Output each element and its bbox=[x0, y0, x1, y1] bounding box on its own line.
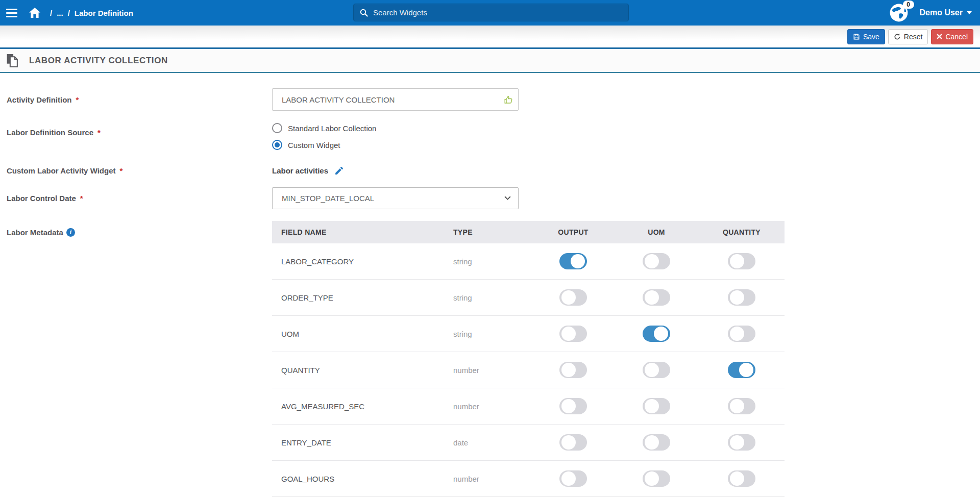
radio-option-label: Standard Labor Collection bbox=[288, 124, 376, 133]
page-title-bar: LABOR ACTIVITY COLLECTION bbox=[0, 47, 980, 73]
widget-search-box[interactable] bbox=[353, 4, 629, 21]
radio-button-icon[interactable] bbox=[272, 123, 282, 133]
cancel-icon bbox=[937, 34, 942, 39]
quantity-toggle[interactable] bbox=[728, 326, 755, 342]
field-type-cell: number bbox=[446, 402, 532, 411]
labor-control-date-select[interactable]: MIN_STOP_DATE_LOCAL bbox=[272, 187, 519, 209]
table-row: QUANTITY number bbox=[272, 352, 785, 388]
activity-definition-row: Activity Definition* bbox=[0, 88, 980, 111]
home-icon[interactable] bbox=[27, 0, 43, 26]
labor-metadata-table: FIELD NAME TYPE OUTPUT UOM QUANTITY LABO… bbox=[272, 221, 785, 497]
output-toggle[interactable] bbox=[559, 289, 587, 306]
metadata-table-body: LABOR_CATEGORY string ORDER_TYPE string … bbox=[272, 243, 785, 497]
selected-option: MIN_STOP_DATE_LOCAL bbox=[282, 194, 504, 203]
field-name-cell: GOAL_HOURS bbox=[272, 475, 446, 483]
output-toggle[interactable] bbox=[559, 470, 587, 487]
reset-button[interactable]: Reset bbox=[888, 29, 928, 44]
output-toggle[interactable] bbox=[559, 362, 587, 378]
field-name-cell: UOM bbox=[272, 330, 446, 338]
quantity-toggle[interactable] bbox=[728, 470, 755, 487]
user-menu[interactable]: 0 Demo User bbox=[889, 3, 980, 22]
table-row: UOM string bbox=[272, 316, 785, 352]
table-row: GOAL_HOURS number bbox=[272, 461, 785, 497]
activity-definition-input[interactable] bbox=[272, 88, 519, 111]
header-field-name: FIELD NAME bbox=[272, 228, 446, 236]
quantity-toggle[interactable] bbox=[728, 253, 755, 269]
quantity-toggle[interactable] bbox=[728, 362, 755, 378]
field-name-cell: ORDER_TYPE bbox=[272, 293, 446, 302]
header-uom: UOM bbox=[614, 228, 699, 236]
table-row: AVG_MEASURED_SEC number bbox=[272, 388, 785, 425]
table-row: ORDER_TYPE string bbox=[272, 280, 785, 316]
field-type-cell: string bbox=[446, 330, 532, 338]
copy-pages-icon bbox=[6, 54, 18, 67]
uom-toggle[interactable] bbox=[643, 470, 670, 487]
header-quantity: QUANTITY bbox=[699, 228, 785, 236]
notification-badge: 0 bbox=[903, 1, 914, 9]
uom-toggle[interactable] bbox=[643, 398, 670, 414]
save-icon bbox=[853, 33, 860, 40]
custom-widget-value: Labor activities bbox=[272, 166, 328, 175]
action-toolbar: Save Reset Cancel bbox=[0, 26, 980, 47]
edit-widget-button[interactable] bbox=[334, 166, 344, 176]
caret-down-icon bbox=[967, 11, 972, 14]
field-name-cell: AVG_MEASURED_SEC bbox=[272, 402, 446, 411]
field-type-cell: number bbox=[446, 475, 532, 483]
uom-toggle[interactable] bbox=[643, 326, 670, 342]
hamburger-menu-icon[interactable] bbox=[0, 0, 22, 26]
breadcrumb-separator: / bbox=[50, 9, 52, 17]
field-type-cell: number bbox=[446, 366, 532, 375]
reset-icon bbox=[894, 33, 901, 40]
quantity-toggle[interactable] bbox=[728, 434, 755, 451]
save-button[interactable]: Save bbox=[847, 29, 885, 44]
top-navigation-bar: / ... / Labor Definition 0 Demo User bbox=[0, 0, 980, 26]
quantity-toggle[interactable] bbox=[728, 289, 755, 306]
globe-icon[interactable]: 0 bbox=[889, 3, 909, 22]
radio-button-icon[interactable] bbox=[272, 140, 282, 150]
field-name-cell: ENTRY_DATE bbox=[272, 438, 446, 447]
output-toggle[interactable] bbox=[559, 326, 587, 342]
labor-definition-source-group: Standard Labor Collection Custom Widget bbox=[272, 120, 376, 151]
field-type-cell: string bbox=[446, 257, 532, 266]
breadcrumb-ellipsis[interactable]: ... bbox=[57, 9, 63, 17]
radio-option[interactable]: Custom Widget bbox=[272, 139, 376, 151]
table-row: ENTRY_DATE date bbox=[272, 425, 785, 461]
field-type-cell: string bbox=[446, 293, 532, 302]
pencil-icon bbox=[334, 166, 344, 176]
uom-toggle[interactable] bbox=[643, 289, 670, 306]
table-header-row: FIELD NAME TYPE OUTPUT UOM QUANTITY bbox=[272, 221, 785, 243]
labor-control-date-row: Labor Control Date* MIN_STOP_DATE_LOCAL bbox=[0, 187, 980, 209]
page-title: LABOR ACTIVITY COLLECTION bbox=[29, 56, 168, 66]
output-toggle[interactable] bbox=[559, 253, 587, 269]
field-type-cell: date bbox=[446, 438, 532, 447]
user-name: Demo User bbox=[920, 8, 963, 17]
uom-toggle[interactable] bbox=[643, 434, 670, 451]
uom-toggle[interactable] bbox=[643, 253, 670, 269]
output-toggle[interactable] bbox=[559, 434, 587, 451]
search-input[interactable] bbox=[373, 8, 622, 17]
cancel-button[interactable]: Cancel bbox=[931, 29, 973, 44]
info-icon[interactable]: i bbox=[66, 228, 75, 237]
thumbs-up-icon bbox=[503, 94, 513, 105]
search-icon bbox=[360, 9, 368, 17]
radio-option[interactable]: Standard Labor Collection bbox=[272, 122, 376, 134]
output-toggle[interactable] bbox=[559, 398, 587, 414]
field-name-cell: QUANTITY bbox=[272, 366, 446, 375]
field-name-cell: LABOR_CATEGORY bbox=[272, 257, 446, 266]
labor-control-date-label: Labor Control Date* bbox=[0, 194, 272, 203]
chevron-down-icon bbox=[504, 196, 511, 201]
header-output: OUTPUT bbox=[532, 228, 614, 236]
custom-widget-label: Custom Labor Activity Widget* bbox=[0, 166, 272, 175]
breadcrumb-current: Labor Definition bbox=[75, 9, 133, 17]
table-row: LABOR_CATEGORY string bbox=[272, 243, 785, 280]
form-content: Activity Definition* Labor Definition So… bbox=[0, 88, 980, 497]
labor-metadata-row: Labor Metadata i FIELD NAME TYPE OUTPUT … bbox=[0, 221, 980, 497]
quantity-toggle[interactable] bbox=[728, 398, 755, 414]
labor-definition-source-row: Labor Definition Source* Standard Labor … bbox=[0, 120, 980, 151]
header-type: TYPE bbox=[446, 228, 532, 236]
labor-definition-source-label: Labor Definition Source* bbox=[0, 120, 272, 137]
custom-widget-row: Custom Labor Activity Widget* Labor acti… bbox=[0, 166, 980, 176]
uom-toggle[interactable] bbox=[643, 362, 670, 378]
activity-definition-label: Activity Definition* bbox=[0, 95, 272, 104]
labor-metadata-label: Labor Metadata i bbox=[0, 221, 272, 237]
